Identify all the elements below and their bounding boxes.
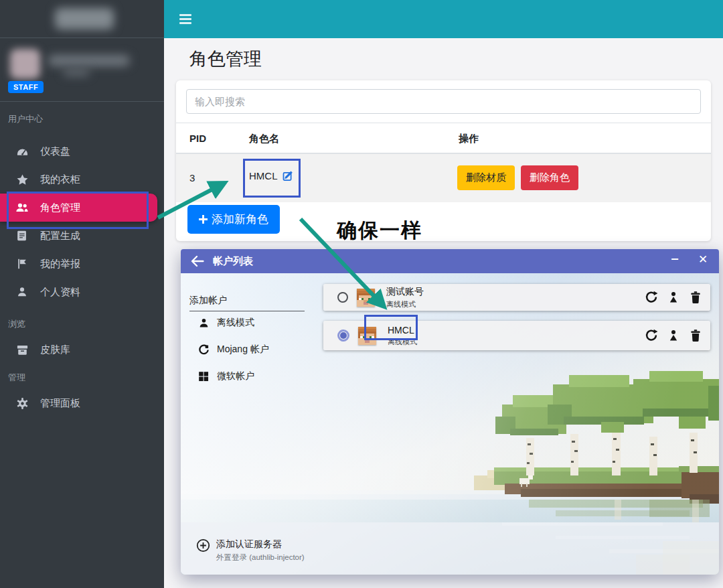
avatar: [358, 327, 376, 345]
roles-card: PID 角色名 操作 3 HMCL 删除材质 删除角色 添加新角色 确保一样: [176, 80, 711, 241]
close-button[interactable]: ✕: [694, 252, 712, 271]
logo-redacted: [55, 8, 114, 29]
sidebar-item-label: 皮肤库: [40, 344, 70, 356]
sidebar-item-label: 个人资料: [40, 286, 80, 299]
section-browse: 浏览: [8, 318, 25, 330]
sidebar-item-label: 我的衣柜: [40, 173, 80, 186]
star-icon: [15, 173, 29, 186]
back-icon[interactable]: [190, 254, 205, 268]
staff-badge: STAFF: [8, 81, 44, 93]
sidebar: STAFF 用户中心 仪表盘 我的衣柜 角色管理 配置生成 我的举报 个人资料 …: [0, 0, 164, 588]
flag-icon: [15, 258, 29, 270]
method-offline-mode[interactable]: 离线模式: [181, 313, 315, 332]
sidebar-item-admin-panel[interactable]: 管理面板: [0, 389, 164, 417]
pid-value: 3: [189, 172, 195, 183]
avatar: [10, 49, 40, 79]
delete-icon[interactable]: [689, 291, 702, 304]
gear-icon: [15, 397, 29, 410]
gauge-icon: [15, 145, 29, 158]
account-type: 离线模式: [386, 299, 424, 309]
table-header: PID 角色名 操作: [176, 123, 711, 154]
avatar: [357, 289, 375, 307]
brand-bar: [0, 0, 164, 38]
add-account-label: 添加帐户: [189, 295, 305, 311]
book-icon: [15, 230, 29, 242]
page-title: 角色管理: [189, 47, 262, 71]
launcher-window: 帐户列表 – ✕: [181, 249, 719, 575]
sidebar-item-closet[interactable]: 我的衣柜: [0, 165, 164, 194]
role-name: HMCL: [249, 170, 278, 181]
sidebar-item-config[interactable]: 配置生成: [0, 222, 164, 250]
user-icon: [15, 286, 29, 298]
plus-icon: [199, 215, 208, 224]
col-pid: PID: [189, 133, 206, 144]
edit-icon[interactable]: [283, 170, 294, 181]
plus-circle-icon: [196, 538, 210, 553]
minimize-button[interactable]: –: [665, 250, 684, 271]
users-icon: [15, 201, 29, 214]
mojang-icon: [197, 344, 210, 356]
account-name: 测试账号: [386, 286, 424, 298]
search-input[interactable]: [186, 89, 701, 114]
account-name: HMCL: [388, 325, 417, 336]
username-redacted: [48, 55, 130, 66]
method-microsoft-account[interactable]: 微软帐户: [181, 367, 315, 386]
skin-icon[interactable]: [667, 291, 680, 304]
account-row-hmcl[interactable]: HMCL 离线模式: [323, 321, 710, 350]
table-row: 3 HMCL 删除材质 删除角色: [176, 154, 711, 202]
card-footer: 添加新角色 确保一样: [176, 202, 711, 241]
section-user-center: 用户中心: [8, 113, 43, 125]
user-subtext-redacted: [63, 68, 90, 76]
launcher-titlebar[interactable]: 帐户列表 – ✕: [181, 249, 719, 273]
sidebar-item-reports[interactable]: 我的举报: [0, 250, 164, 278]
sidebar-item-skin-library[interactable]: 皮肤库: [0, 336, 164, 364]
launcher-title: 帐户列表: [213, 255, 253, 268]
sidebar-item-roles[interactable]: 角色管理: [0, 194, 157, 222]
user-panel: STAFF: [0, 38, 164, 102]
add-auth-server[interactable]: 添加认证服务器 外置登录 (authlib-injector): [196, 538, 305, 563]
sidebar-item-label: 配置生成: [40, 230, 80, 242]
sidebar-item-profile[interactable]: 个人资料: [0, 278, 164, 306]
section-admin: 管理: [8, 372, 25, 384]
delete-texture-button[interactable]: 删除材质: [457, 165, 515, 190]
sidebar-item-dashboard[interactable]: 仪表盘: [0, 137, 164, 165]
sidebar-item-label: 我的举报: [40, 258, 80, 271]
delete-icon[interactable]: [689, 329, 702, 342]
person-icon: [197, 317, 210, 329]
authlib-injector-sublabel: 外置登录 (authlib-injector): [216, 553, 305, 563]
method-mojang-account[interactable]: Mojang 帐户: [181, 340, 315, 359]
sidebar-item-label: 仪表盘: [40, 145, 70, 158]
topbar: [164, 0, 723, 38]
add-auth-server-label: 添加认证服务器: [216, 538, 305, 550]
hamburger-menu-icon[interactable]: [179, 14, 191, 24]
archive-icon: [15, 344, 29, 356]
col-actions: 操作: [459, 133, 479, 145]
col-role-name: 角色名: [249, 133, 279, 145]
sidebar-item-label: 管理面板: [40, 397, 80, 410]
delete-role-button[interactable]: 删除角色: [521, 165, 578, 190]
windows-icon: [197, 371, 210, 382]
refresh-icon[interactable]: [645, 291, 658, 304]
radio-selected[interactable]: [337, 329, 349, 342]
add-role-button[interactable]: 添加新角色: [187, 205, 280, 234]
refresh-icon[interactable]: [645, 329, 658, 342]
account-type: 离线模式: [388, 337, 417, 347]
skin-icon[interactable]: [667, 329, 680, 342]
annotation-text: 确保一样: [337, 217, 422, 244]
account-row-test[interactable]: 测试账号 离线模式: [323, 284, 710, 311]
sidebar-item-label: 角色管理: [40, 202, 80, 214]
launcher-content: 添加帐户 离线模式 Mojang 帐户 微软帐户 测试账号 离线模式: [181, 273, 719, 575]
radio-unselected[interactable]: [337, 292, 348, 303]
